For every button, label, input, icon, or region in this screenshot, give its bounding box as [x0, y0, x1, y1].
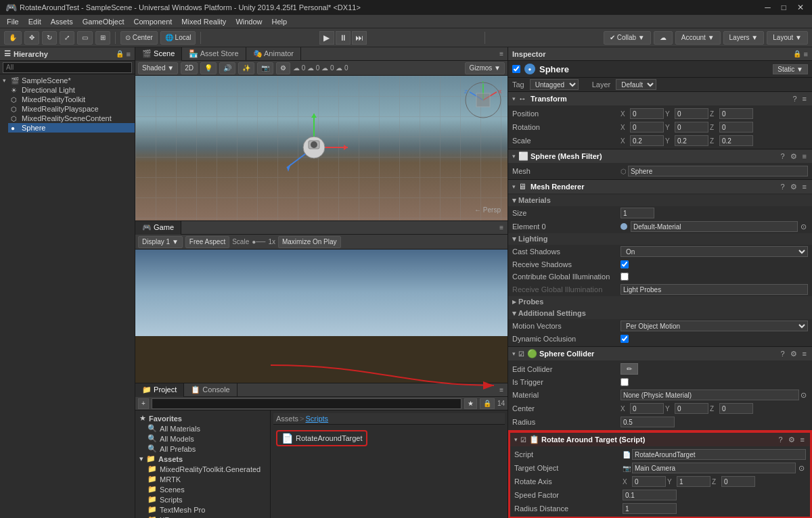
scollider-enable-checkbox[interactable]: ☑	[518, 350, 524, 358]
rotatescript-settings[interactable]: ⚙	[787, 435, 796, 444]
rot-z-input[interactable]	[719, 122, 753, 133]
menu-component[interactable]: Component	[129, 18, 176, 26]
tab-scene[interactable]: 🎬 Scene	[135, 47, 182, 61]
minimize-button[interactable]: ─	[762, 3, 773, 12]
proj-all-models[interactable]: 🔍 All Models	[146, 433, 267, 444]
radius-distance-input[interactable]: 1	[623, 503, 677, 514]
mesh-renderer-header[interactable]: ▾ 🖥 Mesh Renderer ? ⚙ ≡	[508, 180, 812, 193]
collider-material-select[interactable]: ⊙	[799, 391, 808, 400]
game-options-btn[interactable]: ≡	[495, 224, 508, 231]
close-button[interactable]: ✕	[794, 3, 807, 12]
mesh-input[interactable]	[628, 166, 808, 176]
collab-button[interactable]: ✔ Collab ▼	[604, 31, 651, 45]
cloud-button[interactable]: ☁	[654, 31, 673, 45]
menu-mixed-reality[interactable]: Mixed Reality	[177, 18, 230, 26]
hierarchy-options[interactable]: ≡	[127, 50, 131, 58]
transform-help[interactable]: ?	[791, 95, 798, 103]
meshfilter-settings[interactable]: ⚙	[789, 152, 798, 161]
rotatescript-enable-checkbox[interactable]: ☑	[520, 436, 526, 444]
menu-gameobject[interactable]: GameObject	[78, 18, 129, 26]
menu-window[interactable]: Window	[231, 18, 266, 26]
mat-element0-input[interactable]	[631, 221, 798, 232]
meshfilter-menu[interactable]: ≡	[801, 152, 808, 161]
scene-options-btn[interactable]: ≡	[495, 50, 508, 57]
pivot-local-btn[interactable]: 🌐 Local	[160, 31, 196, 45]
dynamic-occlusion-checkbox[interactable]	[621, 335, 629, 343]
proj-scenes[interactable]: 📁 Scenes	[146, 484, 267, 494]
shading-dropdown[interactable]: Shaded ▼	[138, 62, 178, 74]
project-search[interactable]	[152, 398, 461, 409]
tab-console[interactable]: 📋 Console	[184, 383, 237, 397]
proj-star-btn[interactable]: ★	[464, 398, 477, 409]
meshrenderer-menu[interactable]: ≡	[801, 183, 808, 191]
inspector-options[interactable]: ≡	[804, 50, 808, 58]
scollider-help[interactable]: ?	[779, 350, 786, 358]
menu-help[interactable]: Help	[268, 18, 292, 26]
favorites-header[interactable]: ★ Favorites	[138, 413, 267, 423]
contribute-gi-checkbox[interactable]	[621, 273, 629, 281]
toolbar-rect[interactable]: ▭	[77, 31, 93, 45]
scale-z-input[interactable]	[719, 135, 753, 146]
pos-x-input[interactable]	[630, 108, 664, 119]
target-object-input[interactable]: Main Camera	[632, 463, 796, 473]
tab-project[interactable]: 📁 Project	[135, 383, 184, 397]
aspect-dropdown[interactable]: Free Aspect	[185, 236, 229, 248]
pos-z-input[interactable]	[719, 108, 753, 119]
ra-z-input[interactable]	[721, 476, 755, 487]
cast-shadows-dropdown[interactable]: On Off	[621, 246, 808, 257]
layer-dropdown[interactable]: Default	[616, 79, 656, 90]
audio-btn[interactable]: 🔊	[219, 62, 235, 74]
breadcrumb-assets[interactable]: Assets	[276, 415, 298, 423]
tag-dropdown[interactable]: Untagged	[530, 79, 579, 90]
2d-btn[interactable]: 2D	[181, 62, 198, 74]
proj-mrtk-generated[interactable]: 📁 MixedRealityToolkit.Generated	[146, 464, 267, 474]
display-dropdown[interactable]: Display 1 ▼	[138, 236, 183, 248]
tab-game[interactable]: 🎮 Game	[135, 221, 181, 235]
mat-element0-select[interactable]: ⊙	[799, 222, 808, 231]
maximize-button[interactable]: □	[779, 3, 789, 12]
play-button[interactable]: ▶	[319, 31, 334, 45]
layers-button[interactable]: Layers ▼	[723, 31, 765, 45]
lighting-btn[interactable]: 💡	[200, 62, 217, 74]
scollider-settings[interactable]: ⚙	[789, 350, 798, 358]
target-object-select[interactable]: ⊙	[797, 464, 806, 473]
scollider-menu[interactable]: ≡	[801, 350, 808, 358]
game-view[interactable]	[135, 250, 508, 383]
scene-gizmo-btn[interactable]: ⚙	[276, 62, 290, 74]
scene-view[interactable]: X Y Z ← Persp	[135, 76, 508, 220]
meshrenderer-settings[interactable]: ⚙	[789, 183, 798, 191]
ra-y-input[interactable]	[677, 476, 710, 487]
collider-material-input[interactable]	[621, 390, 799, 400]
inspector-lock-icon[interactable]: 🔒	[793, 50, 801, 58]
rotatescript-help[interactable]: ?	[777, 435, 784, 444]
proj-add-btn[interactable]: +	[138, 398, 149, 409]
menu-file[interactable]: File	[3, 18, 23, 26]
gizmos-btn[interactable]: Gizmos ▼	[465, 62, 505, 74]
fx-btn[interactable]: ✨	[238, 62, 254, 74]
radius-input[interactable]	[621, 417, 675, 427]
proj-all-prefabs[interactable]: 🔍 All Prefabs	[146, 444, 267, 454]
scene-camera-btn[interactable]: 📷	[257, 62, 273, 74]
motion-vectors-dropdown[interactable]: Per Object Motion	[621, 321, 808, 331]
project-options-btn[interactable]: ≡	[495, 386, 508, 394]
script-field-input[interactable]: RotateAroundTarget	[632, 449, 806, 460]
hierarchy-item-samplescene[interactable]: ▾ 🎬 SampleScene*	[0, 76, 135, 85]
hierarchy-lock[interactable]: 🔒	[116, 50, 124, 57]
transform-header[interactable]: ▾ ↔ Transform ? ≡	[508, 92, 812, 105]
proj-textmesh[interactable]: 📁 TextMesh Pro	[146, 504, 267, 515]
hierarchy-item-sphere[interactable]: ● Sphere	[8, 123, 135, 133]
pause-button[interactable]: ⏸	[336, 31, 351, 45]
toolbar-rotate[interactable]: ↻	[42, 31, 57, 45]
meshrenderer-help[interactable]: ?	[779, 183, 786, 191]
proj-mrtk[interactable]: 📁 MRTK	[146, 474, 267, 484]
pos-y-input[interactable]	[675, 108, 708, 119]
hierarchy-item-directional-light[interactable]: ☀ Directional Light	[8, 85, 135, 95]
hierarchy-search[interactable]	[3, 62, 132, 73]
toolbar-transform[interactable]: ⊞	[95, 31, 110, 45]
is-trigger-checkbox[interactable]	[621, 378, 629, 386]
hierarchy-item-mrscenecontent[interactable]: ⬡ MixedRealitySceneContent	[8, 114, 135, 123]
cc-x-input[interactable]	[630, 403, 664, 414]
proj-scripts[interactable]: 📁 Scripts	[146, 494, 267, 504]
mesh-filter-header[interactable]: ▾ ⬜ Sphere (Mesh Filter) ? ⚙ ≡	[508, 149, 812, 163]
hierarchy-item-mrplayspace[interactable]: ⬡ MixedRealityPlayspace	[8, 104, 135, 114]
